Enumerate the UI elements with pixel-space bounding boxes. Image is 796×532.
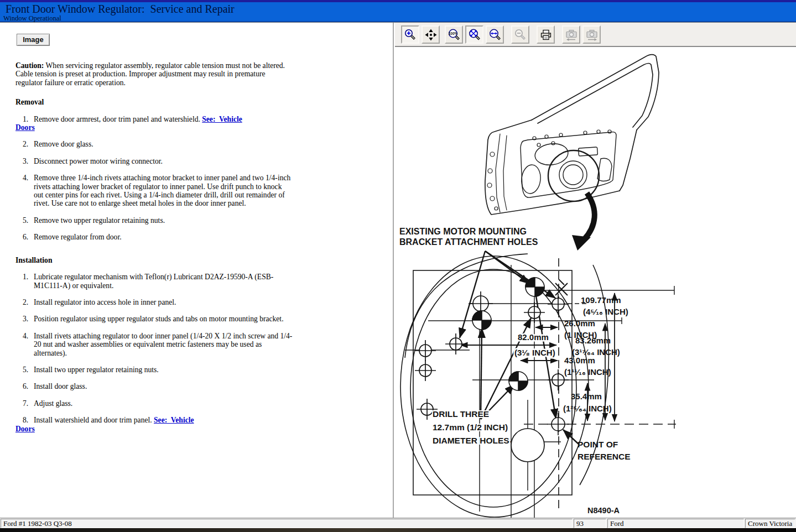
list-item: 3.Disconnect power motor wiring connecto…	[15, 157, 293, 165]
svg-text:43.0mm: 43.0mm	[564, 356, 595, 365]
list-item: 1.Lubricate regulator mechanism with Tef…	[15, 273, 293, 290]
caution-label: Caution:	[15, 61, 44, 70]
page-title: Front Door Window Regulator: Service and…	[6, 3, 235, 15]
image-viewer-pane: 100%	[395, 23, 796, 518]
svg-text:BRACKET ATTACHMENT HOLES: BRACKET ATTACHMENT HOLES	[399, 237, 538, 247]
svg-text:109.77mm: 109.77mm	[581, 295, 621, 305]
taskbar-edge	[0, 528, 796, 532]
camera-next-icon	[585, 28, 599, 41]
list-item: 7.Adjust glass.	[15, 399, 293, 408]
fit-window-icon	[468, 28, 481, 41]
pan-icon	[424, 28, 438, 41]
status-bar: Ford #1 1982-03 Q3-08 93 Ford Crown Vict…	[0, 518, 796, 528]
zoom-in-icon	[404, 28, 417, 41]
list-item: 5.Remove two upper regulator retaining n…	[15, 216, 293, 225]
see-vehicle-doors-link[interactable]: Doors	[15, 123, 35, 132]
page-subtitle: Window Operational	[3, 14, 61, 23]
removal-heading: Removal	[15, 98, 293, 106]
svg-text:POINT OF: POINT OF	[578, 440, 618, 449]
diagram-canvas[interactable]: EXISTING MOTOR MOUNTING BRACKET ATTACHME…	[395, 48, 796, 518]
svg-text:(1¹¹⁄₁₆ INCH): (1¹¹⁄₁₆ INCH)	[564, 367, 611, 377]
print-button[interactable]	[537, 25, 555, 44]
status-make: Ford	[607, 519, 744, 528]
status-year: 93	[574, 519, 606, 528]
list-item: 2.Install regulator into access hole in …	[15, 298, 293, 306]
prev-image-button[interactable]	[562, 25, 580, 44]
svg-text:DRILL THREE: DRILL THREE	[433, 409, 489, 419]
list-item: 4.Remove three 1/4-inch rivets attaching…	[15, 174, 293, 208]
svg-text:82.0mm: 82.0mm	[518, 332, 549, 342]
svg-text:26.0mm: 26.0mm	[564, 319, 595, 328]
list-item: 6.Install door glass.	[15, 382, 293, 390]
svg-text:35.4mm: 35.4mm	[571, 392, 602, 401]
zoom-100-icon: 100%	[448, 28, 461, 41]
list-item: 4.Install rivets attaching regulator to …	[15, 332, 293, 357]
caution-paragraph: Caution: When servicing regulator assemb…	[15, 61, 293, 87]
zoom-100-button[interactable]: 100%	[445, 25, 463, 44]
svg-text:N8490-A: N8490-A	[587, 506, 620, 515]
fit-width-icon	[488, 28, 502, 41]
svg-text:EXISTING MOTOR MOUNTING: EXISTING MOTOR MOUNTING	[399, 227, 527, 236]
door-regulator-diagram: EXISTING MOTOR MOUNTING BRACKET ATTACHME…	[395, 48, 794, 518]
main-area: Image Caution: When servicing regulator …	[0, 22, 796, 518]
image-toolbar: 100%	[395, 23, 796, 47]
fit-width-button[interactable]	[486, 25, 504, 44]
svg-text:(3¹⁄₈ INCH): (3¹⁄₈ INCH)	[514, 348, 555, 357]
see-vehicle-doors-link[interactable]: Doors	[15, 425, 35, 433]
camera-prev-icon	[565, 28, 578, 41]
svg-text:100%: 100%	[448, 32, 457, 35]
caution-text: When servicing regulator assembly, regul…	[15, 61, 285, 87]
svg-text:12.7mm (1/2 INCH): 12.7mm (1/2 INCH)	[433, 423, 508, 432]
svg-text:(4⁵⁄₁₆ INCH): (4⁵⁄₁₆ INCH)	[583, 307, 628, 316]
status-document: Ford #1 1982-03 Q3-08	[1, 519, 573, 528]
list-item: 2.Remove door glass.	[15, 140, 293, 148]
procedure-pane: Image Caution: When servicing regulator …	[0, 23, 394, 518]
title-bar: Front Door Window Regulator: Service and…	[0, 0, 796, 22]
list-item: 3.Position regulator using upper regulat…	[15, 315, 293, 323]
pan-button[interactable]	[422, 25, 440, 44]
print-icon	[539, 28, 553, 41]
see-vehicle-doors-link[interactable]: See: Vehicle	[202, 115, 242, 123]
installation-heading: Installation	[15, 256, 293, 264]
list-item: 5.Install two upper regulator retaining …	[15, 366, 293, 374]
fit-window-button[interactable]	[465, 25, 483, 44]
list-item: 1.Remove door armrest, door trim panel a…	[15, 115, 293, 132]
next-image-button[interactable]	[582, 25, 601, 44]
list-item: 8.Install watershield and door trim pane…	[15, 416, 293, 433]
svg-text:REFERENCE: REFERENCE	[578, 452, 631, 461]
svg-text:(1²⁵⁄₆₄ INCH): (1²⁵⁄₆₄ INCH)	[563, 404, 612, 413]
list-item: 6.Remove regulator from door.	[15, 233, 293, 241]
svg-text:83.26mm: 83.26mm	[575, 336, 611, 345]
see-vehicle-doors-link[interactable]: See: Vehicle	[154, 416, 194, 424]
svg-text:DIAMETER HOLES: DIAMETER HOLES	[433, 436, 509, 445]
status-model: Crown Victoria	[745, 519, 795, 528]
image-button[interactable]: Image	[17, 34, 50, 46]
zoom-out-icon	[514, 28, 527, 41]
zoom-out-button[interactable]	[511, 25, 529, 44]
zoom-in-button[interactable]	[401, 25, 419, 44]
